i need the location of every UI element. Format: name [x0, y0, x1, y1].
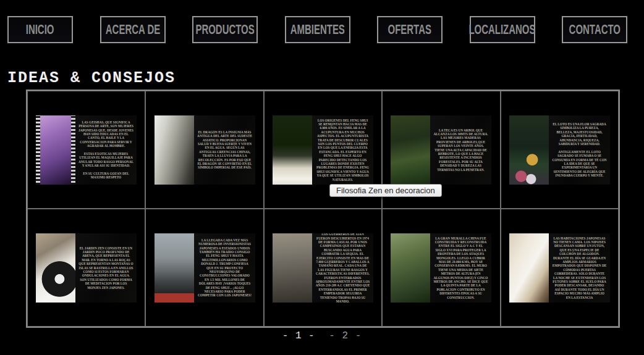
card-text-habitaciones: LAS HABITACIONES JAPONESAS NO TIENEN CAM…	[549, 233, 610, 303]
card-habitaciones[interactable]: LAS HABITACIONES JAPONESAS NO TIENEN CAM…	[501, 209, 619, 327]
card-image-feng-shui: LOS ORIGENES DEL FENG SHUI SE REMONTAN H…	[273, 115, 373, 185]
card-text-guerreros-xian: LOS GUERREROS DE XIAN FUERON DESCUBIERTO…	[312, 233, 373, 303]
nav-ofertas[interactable]: OFERTAS	[377, 16, 443, 43]
card-text-gran-muralla: LA GRAN MURALLA CHINA FUE CONSTRUIDA Y R…	[430, 233, 491, 303]
card-jardin-zen[interactable]: EL JARDIN ZEN CONSISTE EN UN JARDIN POCO…	[27, 209, 145, 327]
card-image-jardin-zen: EL JARDIN ZEN CONSISTE EN UN JARDIN POCO…	[36, 233, 137, 303]
teca-forest-photo	[391, 115, 430, 185]
card-text-jardin-zen: EL JARDIN ZEN CONSISTE EN UN JARDIN POCO…	[75, 233, 137, 303]
card-text-jardin-zen-content: EL JARDIN ZEN CONSISTE EN UN JARDIN POCO…	[75, 233, 137, 303]
card-text-geishas: LAS GEISHAS, QUE SIGNIFICA PERSONA DE AR…	[75, 115, 137, 185]
pagination-page-2[interactable]: - 2 -	[329, 330, 362, 341]
dragon-statue-photo	[155, 115, 194, 185]
card-text-feng-shui-content: LOS ORIGENES DEL FENG SHUI SE REMONTAN H…	[312, 115, 373, 185]
nav-localizanos-label: LOCALIZANOS	[468, 22, 535, 38]
pagination-page-1[interactable]: - 1 -	[282, 330, 315, 341]
card-image-teca: LA TECA ES UN ARBOL QUE ALCANZA LOS 30MT…	[391, 115, 491, 185]
pagination: - 1 - - 2 -	[0, 330, 644, 341]
card-text-loto-content: EL LOTO ES UNA FLOR SAGRADA SIMBOLIZA LA…	[549, 115, 610, 185]
terracotta-warriors-photo	[273, 233, 312, 303]
page-title: IDEAS & CONSEJOS	[7, 69, 176, 87]
card-image-guerreros-xian: LOS GUERREROS DE XIAN FUERON DESCUBIERTO…	[273, 233, 373, 303]
zen-garden-photo	[36, 233, 75, 303]
card-image-dragon: EL DRAGÓN ES LA INSIGNIA MÁS ANTIGUA DEL…	[155, 115, 255, 185]
card-text-dragon-content: EL DRAGÓN ES LA INSIGNIA MÁS ANTIGUA DEL…	[194, 115, 255, 185]
tooltip: Filosofia Zen en decoracion	[329, 184, 442, 197]
card-geishas[interactable]: LAS GEISHAS, QUE SIGNIFICA PERSONA DE AR…	[27, 91, 145, 209]
ideas-grid: LAS GEISHAS, QUE SIGNIFICA PERSONA DE AR…	[26, 90, 620, 328]
card-image-gran-muralla: LA GRAN MURALLA CHINA FUE CONSTRUIDA Y R…	[391, 233, 491, 303]
card-text-feng-shui: LOS ORIGENES DEL FENG SHUI SE REMONTAN H…	[312, 115, 373, 185]
card-text-inversionistas-content: LA LLEGADA CADA VEZ MÁS NUMEROSA DE INVE…	[194, 233, 255, 303]
card-image-inversionistas: LA LLEGADA CADA VEZ MÁS NUMEROSA DE INVE…	[155, 233, 255, 303]
futon-room-photo	[509, 233, 549, 303]
shanghai-tower-photo	[155, 233, 194, 303]
card-inversionistas[interactable]: LA LLEGADA CADA VEZ MÁS NUMEROSA DE INVE…	[145, 209, 263, 327]
feng-shui-patio-photo	[273, 115, 312, 185]
card-text-inversionistas: LA LLEGADA CADA VEZ MÁS NUMEROSA DE INVE…	[194, 233, 255, 303]
card-image-habitaciones: LAS HABITACIONES JAPONESAS NO TIENEN CAM…	[509, 233, 610, 303]
nav-contacto-label: CONTACTO	[569, 22, 620, 38]
nav-localizanos[interactable]: LOCALIZANOS	[470, 16, 535, 43]
card-text-dragon: EL DRAGÓN ES LA INSIGNIA MÁS ANTIGUA DEL…	[194, 115, 255, 185]
card-text-guerreros-xian-content: LOS GUERREROS DE XIAN FUERON DESCUBIERTO…	[312, 233, 373, 303]
card-image-geishas: LAS GEISHAS, QUE SIGNIFICA PERSONA DE AR…	[36, 115, 137, 185]
card-dragon[interactable]: EL DRAGÓN ES LA INSIGNIA MÁS ANTIGUA DEL…	[145, 91, 263, 209]
nav-contacto[interactable]: CONTACTO	[562, 16, 627, 43]
nav-productos[interactable]: PRODUCTOS	[192, 16, 258, 43]
main-nav: INICIO ACERCA DE PRODUCTOS AMBIENTES OFE…	[7, 16, 627, 43]
nav-acerca-de-label: ACERCA DE	[105, 22, 159, 38]
card-guerreros-xian[interactable]: LOS GUERREROS DE XIAN FUERON DESCUBIERTO…	[264, 209, 382, 327]
nav-ambientes-label: AMBIENTES	[290, 22, 344, 38]
great-wall-photo	[391, 233, 430, 303]
card-text-gran-muralla-content: LA GRAN MURALLA CHINA FUE CONSTRUIDA Y R…	[430, 233, 491, 303]
nav-ofertas-label: OFERTAS	[388, 22, 431, 38]
geisha-photo	[36, 115, 75, 185]
card-text-teca: LA TECA ES UN ARBOL QUE ALCANZA LOS 30MT…	[430, 115, 491, 185]
card-text-geishas-content: LAS GEISHAS, QUE SIGNIFICA PERSONA DE AR…	[75, 115, 137, 185]
card-text-loto: EL LOTO ES UNA FLOR SAGRADA SIMBOLIZA LA…	[549, 115, 610, 185]
nav-inicio[interactable]: INICIO	[7, 16, 73, 43]
card-text-habitaciones-content: LAS HABITACIONES JAPONESAS NO TIENEN CAM…	[549, 233, 610, 303]
lotus-buddha-photo	[509, 115, 549, 185]
card-gran-muralla[interactable]: LA GRAN MURALLA CHINA FUE CONSTRUIDA Y R…	[382, 209, 500, 327]
nav-ambientes[interactable]: AMBIENTES	[285, 16, 350, 43]
card-loto[interactable]: EL LOTO ES UNA FLOR SAGRADA SIMBOLIZA LA…	[501, 91, 619, 209]
nav-acerca-de[interactable]: ACERCA DE	[100, 16, 166, 43]
nav-productos-label: PRODUCTOS	[195, 22, 254, 38]
nav-inicio-label: INICIO	[26, 22, 54, 38]
card-text-teca-content: LA TECA ES UN ARBOL QUE ALCANZA LOS 30MT…	[430, 115, 491, 185]
card-image-loto: EL LOTO ES UNA FLOR SAGRADA SIMBOLIZA LA…	[509, 115, 610, 185]
